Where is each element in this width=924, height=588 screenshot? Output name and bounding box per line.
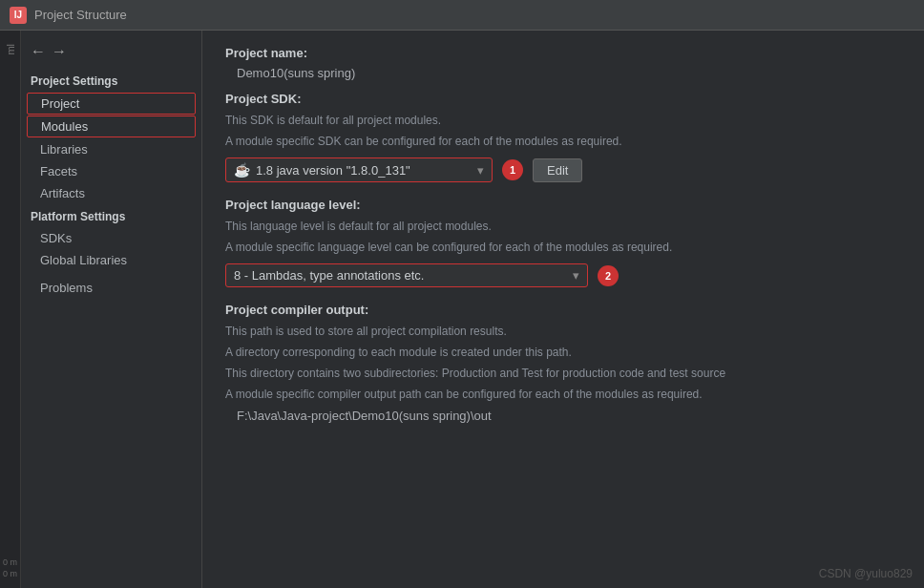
sidebar-item-project[interactable]: Project — [27, 93, 196, 115]
watermark: CSDN @yuluo829 — [819, 567, 913, 580]
bottom-label-2: 0 m — [3, 569, 17, 578]
language-level-value: 8 - Lambdas, type annotations etc. — [234, 268, 424, 283]
compiler-path: F:\Java\Java-project\Demo10(suns spring)… — [225, 409, 901, 423]
bottom-label-1: 0 m — [3, 557, 17, 567]
title-bar: IJ Project Structure — [0, 0, 924, 31]
app-icon: IJ — [10, 7, 27, 24]
forward-button[interactable]: → — [52, 44, 67, 59]
sidebar: ← → Project Settings Project Modules Lib… — [21, 31, 202, 588]
main-content: Project name: Demo10(suns spring) Projec… — [202, 31, 924, 588]
project-name-value: Demo10(suns spring) — [225, 66, 901, 80]
sdk-value: 1.8 java version "1.8.0_131" — [256, 163, 410, 178]
sdk-dropdown-arrow: ▾ — [477, 163, 484, 178]
sidebar-item-facets[interactable]: Facets — [21, 160, 201, 182]
sdk-dropdown-row: ☕ 1.8 java version "1.8.0_131" ▾ 1 Edit — [225, 158, 901, 182]
platform-settings-header: Platform Settings — [21, 204, 201, 227]
language-dropdown-row: 8 - Lambdas, type annotations etc. ▾ 2 — [225, 263, 901, 287]
sidebar-item-global-libraries[interactable]: Global Libraries — [21, 249, 201, 271]
project-name-label: Project name: — [225, 46, 901, 60]
compiler-desc1: This path is used to store all project c… — [225, 323, 901, 340]
compiler-output-label: Project compiler output: — [225, 303, 901, 317]
sidebar-item-modules[interactable]: Modules — [27, 116, 196, 137]
language-level-label: Project language level: — [225, 198, 901, 212]
compiler-desc3: This directory contains two subdirectori… — [225, 365, 901, 382]
sdk-badge: 1 — [502, 159, 523, 180]
java-icon: ☕ — [234, 162, 250, 178]
compiler-desc2: A directory corresponding to each module… — [225, 344, 901, 361]
project-sdk-label: Project SDK: — [225, 92, 901, 106]
compiler-desc4: A module specific compiler output path c… — [225, 386, 901, 403]
language-dropdown-arrow: ▾ — [573, 268, 579, 283]
nav-back-forward: ← → — [21, 40, 201, 69]
title-bar-title: Project Structure — [34, 8, 127, 22]
sidebar-item-problems[interactable]: Problems — [21, 271, 201, 299]
language-dropdown[interactable]: 8 - Lambdas, type annotations etc. ▾ — [225, 263, 588, 287]
language-badge: 2 — [598, 265, 619, 286]
project-settings-header: Project Settings — [21, 69, 201, 92]
edit-button[interactable]: Edit — [533, 158, 582, 182]
sidebar-item-sdks[interactable]: SDKs — [21, 227, 201, 249]
language-level-desc2: A module specific language level can be … — [225, 239, 901, 256]
back-button[interactable]: ← — [31, 44, 46, 59]
sidebar-item-artifacts[interactable]: Artifacts — [21, 182, 201, 204]
language-level-desc1: This language level is default for all p… — [225, 218, 901, 235]
project-sdk-desc2: A module specific SDK can be configured … — [225, 133, 901, 150]
sdk-dropdown[interactable]: ☕ 1.8 java version "1.8.0_131" ▾ — [225, 158, 493, 182]
left-edge-panel: ml 0 m 0 m — [0, 31, 21, 588]
project-sdk-desc1: This SDK is default for all project modu… — [225, 112, 901, 129]
vertical-tab[interactable]: ml — [3, 36, 18, 63]
sidebar-item-libraries[interactable]: Libraries — [21, 138, 201, 160]
